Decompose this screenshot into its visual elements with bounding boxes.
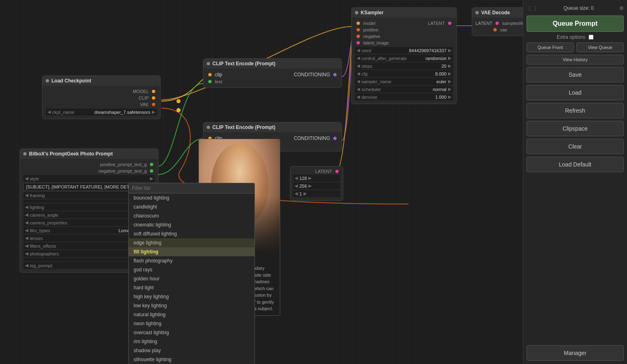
param-denoise[interactable]: ◀ denoise 1.000 ▶ [355, 93, 453, 100]
dropdown-item[interactable]: cinematic lighting [129, 220, 254, 229]
gear-icon[interactable]: ⚙ [619, 5, 624, 11]
port-latent-out-dot [448, 22, 451, 25]
dropdown-item[interactable]: candlelight [129, 202, 254, 211]
dots-icon: ⋮⋮ [527, 5, 538, 11]
dropdown-item[interactable]: neon lighting [129, 319, 254, 328]
dropdown-item[interactable]: flash photography [129, 256, 254, 265]
clear-button[interactable]: Clear [527, 139, 624, 154]
port-clip-in-label: clip [215, 72, 222, 78]
node-status-dot [355, 11, 358, 14]
port-negative-dot [357, 35, 360, 38]
dropdown-item[interactable]: silhouette lighting [129, 355, 254, 364]
port-model-in-label: model [363, 21, 375, 26]
port-negative-in: negative [355, 33, 389, 40]
dropdown-item[interactable]: soft diffused lighting [129, 229, 254, 238]
param-ckpt-name[interactable]: ◀ ckpt_name dreamshaper_7.safetensors ▶ [46, 109, 157, 115]
port-model-out: MODEL [46, 88, 157, 95]
ksampler-params: ◀ seed 844429697416337 ▶ ◀ control_after… [355, 47, 453, 100]
port-model-in: model [355, 20, 389, 27]
node-vae-label: VAE Decode [481, 10, 510, 16]
clipspace-button[interactable]: Clipspace [527, 121, 624, 136]
port-positive-label: positive [363, 27, 378, 32]
port-model-label: MODEL [133, 89, 149, 94]
port-image-out-label: IMAGE [519, 21, 523, 26]
refresh-button[interactable]: Refresh [527, 103, 624, 118]
port-positive-in: positive [355, 27, 389, 33]
node-clip-bottom-title: CLIP Text Encode (Prompt) [203, 122, 341, 132]
dropdown-item[interactable]: natural lighting [129, 310, 254, 319]
dropdown-item[interactable]: shadow play [129, 346, 254, 355]
queue-size-label: Queue size: 0 [563, 5, 594, 11]
dropdown-filter-input[interactable] [129, 183, 254, 193]
param-steps-value: 20 [442, 64, 446, 69]
port-conditioning-dot [333, 73, 337, 76]
param-cfg[interactable]: ◀ cfg 8.000 ▶ [355, 70, 453, 77]
port-model-in-dot [357, 22, 360, 25]
node-vae-decode: VAE Decode LATENT samples vae [472, 7, 523, 36]
dropdown-item[interactable]: hard light [129, 283, 254, 292]
queue-prompt-button[interactable]: Queue Prompt [527, 16, 624, 32]
node-ksampler-label: KSampler [361, 10, 384, 16]
load-default-button[interactable]: Load Default [527, 157, 624, 172]
manager-button[interactable]: Manager [527, 345, 624, 361]
node-checkpoint-label: Load Checkpoint [51, 78, 91, 84]
view-history-row: View History [527, 55, 624, 64]
node-promptgeek-label: BilboX's PromptGeek Photo Prompt [29, 151, 113, 157]
param-scheduler[interactable]: ◀ scheduler normal ▶ [355, 86, 453, 93]
node-status-dot [23, 152, 27, 155]
queue-front-button[interactable]: Queue Front [527, 42, 574, 52]
param-sampler[interactable]: ◀ sampler_name euler ▶ [355, 78, 453, 85]
param-left-arrow[interactable]: ◀ [47, 109, 51, 115]
port-negative-text-label: negative_prompt_text_g [98, 169, 147, 173]
dropdown-item[interactable]: overcast lighting [129, 328, 254, 337]
param-style[interactable]: ◀ style ▶ [23, 175, 155, 182]
port-positive-out: positive_prompt_text_g [23, 161, 155, 168]
svg-point-0 [176, 99, 181, 103]
node-load-checkpoint: Load Checkpoint MODEL CLIP VAE ◀ ckpt_na… [42, 75, 161, 119]
dropdown-item[interactable]: god rays [129, 265, 254, 274]
port-text-label: text [215, 79, 222, 84]
port-positive-dot [357, 28, 360, 31]
view-queue-button[interactable]: View Queue [576, 42, 624, 52]
panel-header: ⋮⋮ Queue size: 0 ⚙ [527, 3, 624, 13]
param-cfg-value: 8.000 [435, 71, 446, 76]
dropdown-item[interactable]: high key lighting [129, 292, 254, 301]
dropdown-item[interactable]: chiaroscuro [129, 211, 254, 220]
dropdown-list: bounced lightingcandlelightchiaroscuroci… [129, 193, 254, 364]
node-vae-title: VAE Decode [472, 8, 523, 18]
extra-options-checkbox[interactable] [589, 35, 594, 40]
queue-history-btns: Queue Front View Queue [527, 42, 624, 52]
extra-options-row: Extra options [527, 34, 624, 40]
param-control[interactable]: ◀ control_after_generate randomize ▶ [355, 55, 453, 62]
param-ckpt-value: dreamshaper_7.safetensors [94, 110, 150, 115]
port-vae-label: VAE [140, 102, 149, 107]
dropdown-item[interactable]: bounced lighting [129, 193, 254, 202]
port-vae-in-dot [493, 28, 497, 31]
dropdown-item[interactable]: fill lighting [129, 247, 254, 256]
dropdown-item[interactable]: edge lighting [129, 238, 254, 247]
node-latent: LATENT ◀ 128 ▶ ◀ 256 ▶ ◀ 1 ▶ [290, 166, 343, 201]
dropdown-item[interactable]: rim lighting [129, 337, 254, 346]
param-seed[interactable]: ◀ seed 844429697416337 ▶ [355, 47, 453, 54]
port-negative-out-dot [150, 169, 153, 173]
port-vae-in: vae [475, 27, 519, 33]
load-button[interactable]: Load [527, 85, 624, 100]
port-positive-out-dot [150, 163, 153, 166]
save-button[interactable]: Save [527, 67, 624, 82]
param-sampler-value: euler [437, 79, 446, 84]
dropdown-item[interactable]: low key lighting [129, 301, 254, 310]
node-status-dot [207, 126, 210, 129]
port-latent-dot [357, 41, 360, 44]
param-control-value: randomize [426, 56, 446, 61]
extra-options-label: Extra options [557, 34, 585, 40]
param-right-arrow[interactable]: ▶ [152, 109, 155, 115]
node-status-dot [207, 62, 210, 65]
param-steps[interactable]: ◀ steps 20 ▶ [355, 62, 453, 69]
node-clip-top-label: CLIP Text Encode (Prompt) [212, 61, 275, 67]
svg-point-1 [176, 108, 181, 112]
param-ckpt-label: ckpt_name [52, 110, 94, 115]
lighting-dropdown[interactable]: bounced lightingcandlelightchiaroscuroci… [128, 183, 255, 364]
port-positive-text-label: positive_prompt_text_g [100, 162, 147, 167]
view-history-button[interactable]: View History [527, 55, 624, 64]
dropdown-item[interactable]: golden hour [129, 274, 254, 283]
